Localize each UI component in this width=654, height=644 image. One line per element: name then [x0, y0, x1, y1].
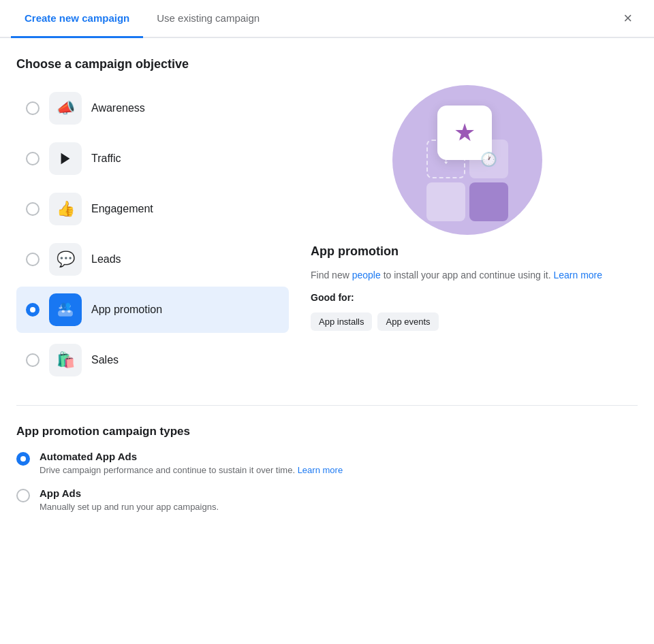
sales-icon-box: 🛍️ [49, 344, 82, 376]
radio-awareness[interactable] [26, 101, 40, 115]
illus-bg-circle: ★ ↓ 🕐 [392, 85, 542, 235]
sales-label: Sales [91, 354, 119, 366]
manual-type-text: App Ads Manually set up and run your app… [40, 487, 219, 512]
objective-sales[interactable]: 🛍️ Sales [16, 337, 289, 383]
automated-type-desc: Drive campaign performance and continue … [40, 465, 343, 475]
manual-type-name: App Ads [40, 487, 219, 499]
bottom-title: App promotion campaign types [16, 425, 638, 438]
radio-engagement[interactable] [26, 202, 40, 216]
radio-sales[interactable] [26, 353, 40, 367]
tabs-bar: Create new campaign Use existing campaig… [0, 0, 654, 38]
campaign-types-list: Automated App Ads Drive campaign perform… [16, 451, 638, 512]
illus-cell-dashed: ↓ [426, 140, 465, 178]
objectives-list: 📣 Awareness Traffic 👍 [16, 85, 289, 383]
app-promotion-icon-box: 👥 [49, 293, 82, 326]
good-for-label: Good for: [311, 292, 354, 303]
awareness-label: Awareness [91, 102, 145, 114]
radio-automated[interactable] [16, 452, 30, 466]
radio-app-promotion[interactable] [26, 303, 40, 317]
radio-manual[interactable] [16, 489, 30, 502]
radio-traffic[interactable] [26, 152, 40, 165]
desc-link-people[interactable]: people [352, 270, 381, 280]
manual-type-desc: Manually set up and run your app campaig… [40, 502, 219, 512]
radio-leads[interactable] [26, 253, 40, 266]
objective-engagement[interactable]: 👍 Engagement [16, 186, 289, 232]
main-content: Choose a campaign objective 📣 Awareness [0, 38, 654, 531]
app-promotion-label: App promotion [91, 304, 162, 316]
campaign-type-automated[interactable]: Automated App Ads Drive campaign perform… [16, 451, 638, 475]
preview-title: App promotion [311, 244, 399, 259]
main-area: 📣 Awareness Traffic 👍 [16, 85, 638, 383]
traffic-label: Traffic [91, 152, 121, 165]
tab-use-existing[interactable]: Use existing campaign [143, 0, 273, 38]
tag-app-events: App events [377, 312, 438, 331]
desc-text-1: Find new [311, 270, 352, 280]
section-title: Choose a campaign objective [16, 57, 638, 71]
clock-icon: 🕐 [480, 151, 497, 167]
illus-grid: ↓ 🕐 [426, 140, 508, 221]
illus-cell-clock: 🕐 [469, 140, 508, 178]
awareness-icon-box: 📣 [49, 92, 82, 125]
objective-awareness[interactable]: 📣 Awareness [16, 85, 289, 131]
tag-app-installs: App installs [311, 312, 372, 331]
automated-desc-text: Drive campaign performance and continue … [40, 465, 298, 475]
illus-cell-light [426, 182, 465, 221]
campaign-type-manual[interactable]: App Ads Manually set up and run your app… [16, 487, 638, 512]
right-panel: ★ ↓ 🕐 [311, 85, 638, 331]
app-promotion-illustration: ★ ↓ 🕐 [392, 85, 556, 235]
objective-leads[interactable]: 💬 Leads [16, 236, 289, 283]
illus-cell-dark [469, 182, 508, 221]
desc-link-learn-more[interactable]: Learn more [553, 270, 602, 280]
automated-learn-more-link[interactable]: Learn more [298, 465, 343, 475]
engagement-label: Engagement [91, 203, 153, 215]
automated-type-name: Automated App Ads [40, 451, 343, 462]
desc-text-2: to install your app and continue using i… [381, 270, 554, 280]
automated-type-text: Automated App Ads Drive campaign perform… [40, 451, 343, 475]
tags-container: App installs App events [311, 312, 439, 331]
close-button[interactable]: × [612, 0, 643, 37]
svg-text:👥: 👥 [61, 301, 71, 310]
leads-icon-box: 💬 [49, 243, 82, 276]
tab-create-new[interactable]: Create new campaign [11, 0, 143, 38]
objective-app-promotion[interactable]: 👥 App promotion [16, 287, 289, 333]
preview-description: Find new people to install your app and … [311, 268, 602, 283]
objective-traffic[interactable]: Traffic [16, 135, 289, 182]
down-arrow-icon: ↓ [443, 151, 450, 167]
engagement-icon-box: 👍 [49, 193, 82, 225]
modal: Create new campaign Use existing campaig… [0, 0, 654, 644]
traffic-icon-box [49, 142, 82, 175]
leads-label: Leads [91, 253, 121, 265]
bottom-section: App promotion campaign types Automated A… [16, 405, 638, 512]
